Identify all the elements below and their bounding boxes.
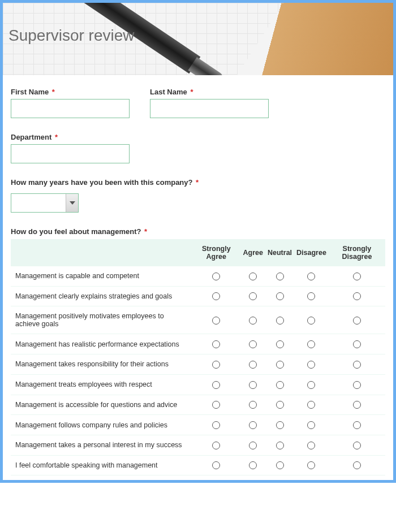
matrix-radio[interactable] [249,292,257,300]
matrix-radio[interactable] [249,273,257,280]
matrix-radio[interactable] [276,381,284,389]
matrix-cell [241,306,265,334]
matrix-row-label: Management clearly explains strategies a… [11,286,192,306]
matrix-row-label: Management is capable and competent [11,266,192,286]
first-name-field: First Name * [11,88,130,118]
matrix-cell [329,395,385,415]
matrix-cell [241,266,265,286]
years-label-text: How many years have you been with this c… [11,178,192,187]
matrix-cell [265,286,294,306]
matrix-radio[interactable] [353,442,361,449]
matrix-radio[interactable] [212,401,220,409]
matrix-radio[interactable] [353,292,361,300]
department-label-text: Department [11,133,51,141]
matrix-cell [329,435,385,455]
matrix-radio[interactable] [307,381,315,389]
matrix-col-header: Strongly Agree [192,239,241,266]
matrix-cell [192,306,241,334]
matrix-row: Management has realistic performance exp… [11,334,385,354]
matrix-row-label: Management has realistic performance exp… [11,334,192,354]
matrix-cell [329,455,385,475]
matrix-radio[interactable] [353,461,361,469]
matrix-cell [192,435,241,455]
matrix-cell [241,435,265,455]
matrix-row-label: Management follows company rules and pol… [11,415,192,435]
management-matrix-table: Strongly Agree Agree Neutral Disagree St… [11,239,385,475]
years-select-dropdown-button[interactable] [66,194,78,212]
matrix-radio[interactable] [307,273,315,280]
matrix-radio[interactable] [307,317,315,325]
matrix-radio[interactable] [307,292,315,300]
matrix-radio[interactable] [307,340,315,348]
matrix-cell [265,455,294,475]
matrix-radio[interactable] [307,461,315,469]
matrix-cell [241,334,265,354]
matrix-radio[interactable] [249,461,257,469]
matrix-cell [294,334,329,354]
matrix-radio[interactable] [276,273,284,280]
matrix-radio[interactable] [249,421,257,429]
matrix-row: Management clearly explains strategies a… [11,286,385,306]
matrix-radio[interactable] [276,340,284,348]
matrix-cell [294,374,329,395]
matrix-cell [294,266,329,286]
chevron-down-icon [70,201,75,205]
matrix-radio[interactable] [276,461,284,469]
matrix-radio[interactable] [353,340,361,348]
matrix-radio[interactable] [276,421,284,429]
matrix-cell [265,334,294,354]
matrix-radio[interactable] [212,421,220,429]
matrix-radio[interactable] [353,273,361,280]
management-matrix-section: How do you feel about management? * Stro… [11,227,385,475]
matrix-cell [241,455,265,475]
matrix-cell [329,374,385,395]
matrix-cell [294,286,329,306]
matrix-cell [265,354,294,375]
years-label: How many years have you been with this c… [11,178,385,187]
matrix-radio[interactable] [307,421,315,429]
matrix-radio[interactable] [276,442,284,449]
matrix-radio[interactable] [249,381,257,389]
matrix-radio[interactable] [276,317,284,325]
matrix-radio[interactable] [353,361,361,369]
matrix-radio[interactable] [307,401,315,409]
matrix-radio[interactable] [212,361,220,369]
matrix-radio[interactable] [353,317,361,325]
first-name-label-text: First Name [11,88,49,96]
matrix-radio[interactable] [249,442,257,449]
years-select[interactable] [11,193,79,213]
matrix-row: Management takes responsibility for thei… [11,354,385,375]
matrix-radio[interactable] [307,361,315,369]
matrix-radio[interactable] [353,381,361,389]
last-name-input[interactable] [150,99,269,118]
matrix-radio[interactable] [212,340,220,348]
matrix-radio[interactable] [353,421,361,429]
matrix-cell [192,334,241,354]
matrix-radio[interactable] [212,317,220,325]
matrix-radio[interactable] [249,401,257,409]
matrix-radio[interactable] [307,442,315,449]
department-input[interactable] [11,144,130,163]
form-body: First Name * Last Name * Department * [3,75,393,480]
form-container: Supervisor review First Name * Last Name… [0,0,396,483]
matrix-row: Management takes a personal interest in … [11,435,385,455]
matrix-radio[interactable] [212,381,220,389]
matrix-radio[interactable] [212,273,220,280]
matrix-radio[interactable] [212,292,220,300]
matrix-radio[interactable] [353,401,361,409]
matrix-radio[interactable] [249,317,257,325]
last-name-label: Last Name * [150,88,269,96]
hero-banner: Supervisor review [3,3,393,75]
matrix-radio[interactable] [276,401,284,409]
matrix-radio[interactable] [212,461,220,469]
matrix-cell [294,395,329,415]
last-name-label-text: Last Name [150,88,187,96]
matrix-radio[interactable] [212,442,220,449]
matrix-radio[interactable] [276,361,284,369]
matrix-radio[interactable] [249,361,257,369]
matrix-radio[interactable] [249,340,257,348]
matrix-radio[interactable] [276,292,284,300]
matrix-cell [329,354,385,375]
matrix-cell [265,266,294,286]
first-name-input[interactable] [11,99,130,118]
